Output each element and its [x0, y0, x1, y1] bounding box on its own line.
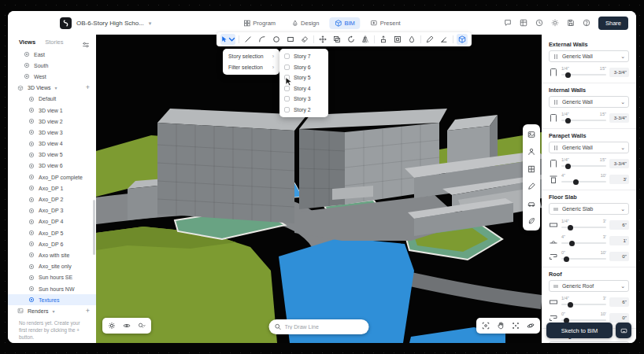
snaptrude-logo-icon[interactable] — [60, 17, 72, 29]
slider[interactable]: 1/4"3' — [561, 296, 606, 308]
pan-hand-icon[interactable] — [494, 319, 507, 332]
view-list-item[interactable]: West — [8, 71, 96, 82]
theme-icon[interactable] — [551, 19, 560, 28]
offset-tool[interactable] — [392, 34, 403, 45]
checkbox-icon[interactable] — [284, 107, 290, 112]
paint-tool[interactable] — [406, 34, 417, 45]
view-list-item[interactable]: Axo_DP 1 — [8, 183, 96, 194]
story-option[interactable]: Story 7 — [279, 51, 328, 62]
view-list-item[interactable]: Axo_DP 4 — [8, 216, 96, 227]
parapet-wall-type-select[interactable]: Generic Wall ⌄ — [549, 142, 629, 153]
view-list-item[interactable]: Axo_DP complete — [8, 171, 96, 183]
comment-icon[interactable] — [504, 19, 513, 28]
settings-gear-icon[interactable] — [105, 319, 118, 332]
slider[interactable]: 1/4"15" — [561, 66, 606, 78]
fit-view-icon[interactable] — [479, 319, 492, 332]
external-wall-type-select[interactable]: Generic Wall ⌄ — [549, 50, 629, 62]
slider[interactable]: 1/4"15" — [561, 157, 606, 169]
view-list-item[interactable]: Axo_DP 5 — [8, 227, 96, 238]
story-option[interactable]: Story 6 — [279, 62, 328, 73]
eraser-tool[interactable] — [299, 34, 310, 45]
search-input[interactable] — [285, 324, 364, 330]
value-box[interactable]: 0" — [609, 313, 629, 323]
visibility-eye-icon[interactable] — [120, 319, 133, 332]
view-list-item[interactable]: 3D view 3 — [8, 127, 96, 138]
select-tool[interactable] — [220, 34, 235, 45]
story-option[interactable]: Story 3 — [279, 94, 328, 105]
view-list-item[interactable]: 3D view 4 — [8, 138, 96, 149]
slider[interactable]: 0"10' — [561, 312, 606, 323]
view-list-item[interactable]: Sun hours SE — [8, 272, 96, 283]
plants-leaf-icon[interactable] — [527, 216, 537, 226]
checkbox-icon[interactable] — [284, 53, 290, 59]
arc-tool[interactable] — [257, 34, 268, 45]
value-box[interactable]: 1' — [609, 236, 629, 245]
view-list-item[interactable]: Axo with site — [8, 249, 96, 260]
menu-item-filter-selection[interactable]: Filter selection › — [223, 62, 279, 73]
line-tool[interactable] — [242, 34, 254, 45]
orbit-icon[interactable] — [524, 319, 537, 332]
value-box[interactable]: 3-3/4" — [609, 159, 629, 168]
view-list-item[interactable]: Axo_DP 3 — [8, 205, 96, 216]
view-list-item[interactable]: 3D view 2 — [8, 116, 96, 127]
sketch-to-bim-button[interactable]: Sketch to BIM — [546, 323, 613, 338]
roof-type-select[interactable]: Generic Roof ⌄ — [549, 280, 629, 292]
protractor-tool[interactable] — [439, 34, 450, 45]
view-list-item[interactable]: East — [8, 49, 96, 60]
slider[interactable]: 0"10' — [561, 250, 606, 262]
view-list-item[interactable]: 3D view 6 — [8, 160, 96, 171]
view-list-item[interactable]: Axo_DP 2 — [8, 194, 96, 205]
view-list-item[interactable]: Axo_DP 6 — [8, 238, 96, 249]
history-clock-icon[interactable] — [535, 19, 544, 28]
value-box[interactable]: 6" — [609, 297, 629, 307]
filter-icon[interactable] — [82, 38, 90, 46]
view-list-item[interactable]: 3D view 1 — [8, 105, 96, 116]
people-person-icon[interactable] — [527, 146, 537, 157]
value-box[interactable]: 6" — [609, 220, 629, 230]
tab-design[interactable]: Design — [286, 17, 324, 29]
checkbox-icon[interactable] — [284, 96, 290, 101]
value-box[interactable]: 3-3/4" — [609, 113, 629, 123]
sidebar-scrollbar[interactable] — [93, 200, 95, 255]
rectangle-tool[interactable] — [285, 34, 296, 45]
measure-tool[interactable] — [424, 34, 435, 45]
add-3d-view-button[interactable]: + — [86, 84, 90, 91]
slider[interactable]: 1/4"15" — [561, 112, 606, 124]
vehicles-car-icon[interactable] — [527, 198, 537, 208]
internal-wall-type-select[interactable]: Generic Wall ⌄ — [549, 96, 629, 108]
move-tool[interactable] — [317, 34, 328, 45]
value-box[interactable]: 0" — [609, 252, 629, 261]
view-list-item[interactable]: Default — [8, 94, 96, 105]
slider[interactable]: 1/4"3' — [561, 219, 606, 230]
floor-slab-type-select[interactable]: Generic Slab ⌄ — [549, 203, 629, 215]
sidebar-tab-views[interactable]: Views — [19, 39, 35, 46]
tab-program[interactable]: Program — [238, 17, 281, 29]
add-render-button[interactable]: + — [86, 308, 90, 315]
layout-grid-icon[interactable] — [520, 19, 528, 28]
slider[interactable]: 4"10' — [561, 173, 606, 185]
menu-item-story-selection[interactable]: Story selection › — [223, 51, 279, 62]
checkbox-icon[interactable] — [284, 65, 290, 70]
save-icon[interactable] — [567, 19, 576, 28]
share-button[interactable]: Share — [598, 17, 628, 30]
view-list-item[interactable]: Textures — [8, 294, 96, 305]
view-list-item[interactable]: Sun hours NW — [8, 283, 96, 294]
furniture-window-icon[interactable] — [527, 164, 537, 174]
help-icon[interactable] — [583, 19, 591, 28]
flip-tool[interactable] — [360, 34, 371, 45]
sidebar-tab-stories[interactable]: Stories — [45, 39, 63, 46]
view-list-item[interactable]: Axo_site only — [8, 261, 96, 272]
rotate-tool[interactable] — [346, 34, 357, 45]
value-box[interactable]: 3-3/4" — [609, 68, 629, 77]
story-option[interactable]: Story 2 — [279, 105, 328, 116]
value-box[interactable]: 3' — [609, 175, 629, 184]
tab-present[interactable]: Present — [365, 17, 406, 29]
materials-image-icon[interactable] — [527, 129, 537, 139]
document-title[interactable]: OB-6-Story High Scho... — [76, 20, 144, 27]
view-list-item[interactable]: 3D view 5 — [8, 149, 96, 160]
copy-tool[interactable] — [331, 34, 342, 45]
group-3d-views[interactable]: 3D Views ▾ + — [8, 83, 96, 94]
circle-tool[interactable] — [271, 34, 282, 45]
title-chevron-down-icon[interactable]: ▾ — [149, 20, 152, 26]
draw-pen-icon[interactable] — [527, 181, 537, 191]
